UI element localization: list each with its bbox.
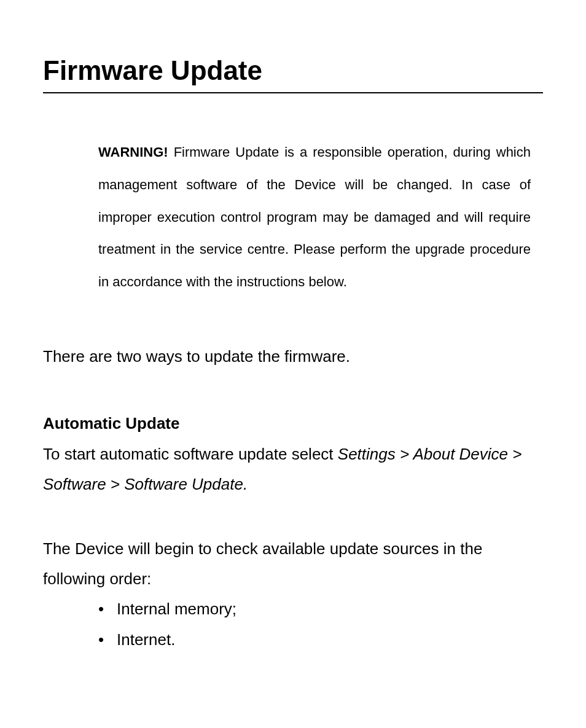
automatic-update-instructions: To start automatic software update selec… — [43, 439, 543, 500]
warning-label: WARNING! — [98, 144, 168, 160]
list-item: Internal memory; — [117, 594, 543, 624]
update-sources-list: Internal memory; Internet. — [43, 594, 543, 655]
warning-text: Firmware Update is a responsible operati… — [98, 144, 531, 289]
list-item: Internet. — [117, 625, 543, 655]
check-sources-text: The Device will begin to check available… — [43, 534, 543, 595]
intro-text: There are two ways to update the firmwar… — [43, 342, 543, 372]
warning-paragraph: WARNING! Firmware Update is a responsibl… — [43, 136, 543, 299]
section-lead-text: To start automatic software update selec… — [43, 445, 338, 463]
page-title: Firmware Update — [43, 55, 543, 93]
section-heading-automatic-update: Automatic Update — [43, 409, 543, 439]
